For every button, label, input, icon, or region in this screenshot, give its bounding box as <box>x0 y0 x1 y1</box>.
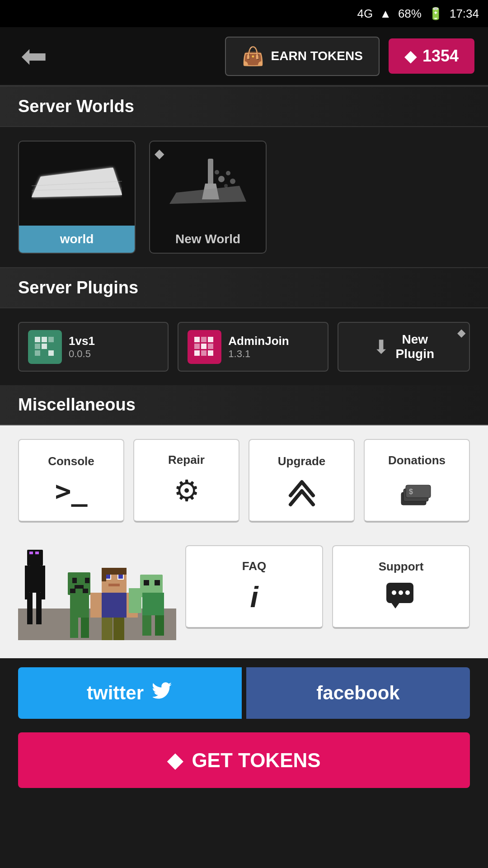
svg-rect-20 <box>201 337 206 342</box>
svg-rect-62 <box>102 568 106 581</box>
repair-icon: ⚙ <box>174 474 200 508</box>
misc-card-donations[interactable]: Donations $ <box>364 439 470 523</box>
battery-icon: 🔋 <box>428 7 443 21</box>
svg-point-73 <box>405 590 410 595</box>
svg-rect-25 <box>194 350 200 356</box>
earn-tokens-button[interactable]: 👜 EARN TOKENS <box>225 37 380 76</box>
misc-card-faq[interactable]: FAQ i <box>185 545 323 629</box>
get-tokens-diamond-icon: ◆ <box>167 749 183 772</box>
clock: 17:34 <box>450 7 479 21</box>
diamond-icon: ◆ <box>404 47 417 66</box>
svg-point-10 <box>215 170 219 175</box>
plugin-card-1vs1[interactable]: 1vs1 0.0.5 <box>18 322 169 372</box>
svg-rect-26 <box>201 350 206 356</box>
svg-rect-47 <box>70 595 89 618</box>
svg-rect-22 <box>194 344 200 349</box>
svg-rect-67 <box>129 588 141 613</box>
misc-header: Miscellaneous <box>0 385 488 425</box>
svg-rect-15 <box>42 344 47 349</box>
svg-rect-17 <box>35 350 40 356</box>
misc-card-upgrade[interactable]: Upgrade <box>249 439 355 523</box>
misc-card-console[interactable]: Console >_ <box>18 439 124 523</box>
new-world-diamond-icon: ◆ <box>155 146 164 161</box>
world-card-new[interactable]: ◆ New World <box>149 141 267 254</box>
svg-rect-53 <box>106 574 110 579</box>
plugins-container: 1vs1 0.0.5 AdminJoin 1.3.1 ⬇ NewPl <box>0 308 488 385</box>
twitter-button[interactable]: twitter <box>18 667 242 719</box>
svg-rect-21 <box>208 337 213 342</box>
svg-rect-36 <box>29 566 41 593</box>
plugin-info-adminjoin: AdminJoin 1.3.1 <box>228 334 289 360</box>
svg-rect-35 <box>35 552 39 554</box>
misc-label-console: Console <box>48 454 94 468</box>
svg-rect-69 <box>155 615 164 636</box>
svg-rect-66 <box>142 593 164 615</box>
twitter-icon <box>153 682 173 704</box>
misc-label-donations: Donations <box>388 453 446 467</box>
facebook-button[interactable]: facebook <box>246 667 470 719</box>
svg-rect-40 <box>36 593 42 624</box>
upgrade-icon <box>284 475 320 507</box>
plugin-icon-1vs1 <box>28 330 62 364</box>
svg-marker-74 <box>391 602 400 609</box>
new-plugin-card[interactable]: ⬇ NewPlugin ◆ <box>338 322 470 372</box>
world-card-world[interactable]: world <box>18 141 136 254</box>
svg-point-72 <box>399 590 403 595</box>
svg-rect-24 <box>208 344 213 349</box>
plugin-name-adminjoin: AdminJoin <box>228 334 289 348</box>
misc-label-repair: Repair <box>168 453 205 467</box>
back-button[interactable]: ⬅ <box>14 36 54 76</box>
svg-rect-49 <box>81 618 89 638</box>
svg-rect-27 <box>208 350 213 356</box>
svg-rect-68 <box>142 615 151 636</box>
plugin-card-adminjoin[interactable]: AdminJoin 1.3.1 <box>178 322 328 372</box>
svg-rect-19 <box>194 337 200 342</box>
misc-grid: Console >_ Repair ⚙ Upgrade Donations <box>0 425 488 536</box>
console-icon: >_ <box>55 475 87 507</box>
svg-rect-46 <box>83 589 88 593</box>
bag-icon: 👜 <box>242 46 264 67</box>
svg-rect-55 <box>108 584 120 586</box>
toolbar: ⬅ 👜 EARN TOKENS ◆ 1354 <box>0 27 488 86</box>
plugin-name-1vs1: 1vs1 <box>69 334 95 348</box>
svg-rect-13 <box>42 337 47 342</box>
misc-card-repair[interactable]: Repair ⚙ <box>133 439 239 523</box>
status-bar: 4G ▲ 68% 🔋 17:34 <box>0 0 488 27</box>
svg-rect-12 <box>35 337 40 342</box>
social-buttons: twitter facebook <box>0 658 488 719</box>
misc-label-upgrade: Upgrade <box>278 454 325 468</box>
plugin-icon-adminjoin <box>188 330 221 364</box>
svg-rect-65 <box>155 580 160 585</box>
new-plugin-label: NewPlugin <box>396 332 435 361</box>
svg-rect-56 <box>102 593 127 618</box>
earn-tokens-label: EARN TOKENS <box>271 48 363 64</box>
misc-label-support: Support <box>379 560 424 574</box>
faq-icon: i <box>250 580 258 614</box>
misc-bottom-row: FAQ i Support <box>0 536 488 645</box>
donations-icon: $ <box>399 474 435 508</box>
token-count: 1354 <box>422 47 459 66</box>
world-name-new: New World <box>150 226 266 253</box>
world-name-world: world <box>19 226 135 253</box>
token-count-button[interactable]: ◆ 1354 <box>389 38 474 74</box>
misc-title: Miscellaneous <box>18 395 470 415</box>
misc-card-support[interactable]: Support <box>332 545 470 629</box>
world-preview-new <box>150 142 266 226</box>
svg-rect-44 <box>75 585 84 589</box>
facebook-label: facebook <box>316 682 399 704</box>
svg-rect-60 <box>113 618 124 640</box>
plugin-version-1vs1: 0.0.5 <box>69 348 95 360</box>
plugin-version-adminjoin: 1.3.1 <box>228 348 289 360</box>
svg-rect-54 <box>118 574 123 579</box>
misc-bottom-cards: FAQ i Support <box>185 536 470 640</box>
svg-point-71 <box>392 590 396 595</box>
get-tokens-button[interactable]: ◆ GET TOKENS <box>18 732 470 788</box>
svg-rect-48 <box>70 618 78 638</box>
svg-rect-57 <box>90 593 102 618</box>
svg-point-7 <box>226 171 230 175</box>
twitter-label: twitter <box>87 682 144 704</box>
get-tokens-label: GET TOKENS <box>192 749 320 772</box>
misc-label-faq: FAQ <box>242 559 266 573</box>
download-icon: ⬇ <box>373 336 389 358</box>
signal-icon: ▲ <box>380 7 391 21</box>
